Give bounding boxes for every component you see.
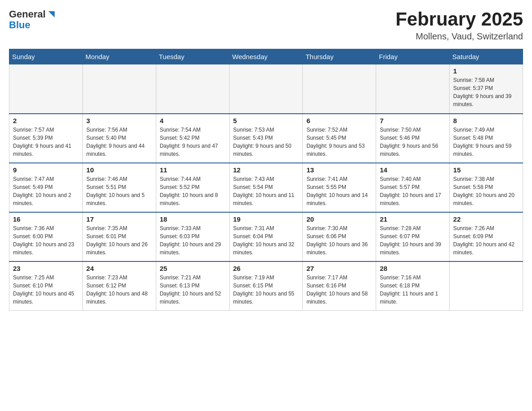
calendar-cell: 2Sunrise: 7:57 AM Sunset: 5:39 PM Daylig… [9,114,83,163]
calendar-cell: 12Sunrise: 7:43 AM Sunset: 5:54 PM Dayli… [229,163,303,212]
calendar-cell [9,64,83,114]
location-title: Mollens, Vaud, Switzerland [395,31,523,42]
day-info: Sunrise: 7:41 AM Sunset: 5:55 PM Dayligh… [306,175,372,207]
day-number: 13 [306,166,372,174]
calendar-cell [156,64,229,114]
day-info: Sunrise: 7:19 AM Sunset: 6:15 PM Dayligh… [233,274,299,306]
calendar-cell [82,64,156,114]
day-number: 15 [453,166,519,174]
day-info: Sunrise: 7:38 AM Sunset: 5:58 PM Dayligh… [453,175,519,207]
day-info: Sunrise: 7:21 AM Sunset: 6:13 PM Dayligh… [160,274,226,306]
day-number: 8 [453,117,519,124]
svg-marker-0 [48,11,55,17]
weekday-header-wednesday: Wednesday [229,49,303,64]
day-number: 11 [160,166,226,174]
day-info: Sunrise: 7:40 AM Sunset: 5:57 PM Dayligh… [380,175,446,207]
weekday-header-saturday: Saturday [450,49,523,64]
calendar-cell: 22Sunrise: 7:26 AM Sunset: 6:09 PM Dayli… [450,212,523,261]
day-info: Sunrise: 7:58 AM Sunset: 5:37 PM Dayligh… [453,76,519,108]
day-number: 17 [86,215,152,223]
day-number: 2 [13,117,79,124]
calendar-cell: 26Sunrise: 7:19 AM Sunset: 6:15 PM Dayli… [229,261,303,311]
day-info: Sunrise: 7:30 AM Sunset: 6:06 PM Dayligh… [306,224,372,257]
calendar-cell: 1Sunrise: 7:58 AM Sunset: 5:37 PM Daylig… [450,64,523,114]
calendar-table: SundayMondayTuesdayWednesdayThursdayFrid… [9,49,523,311]
day-info: Sunrise: 7:43 AM Sunset: 5:54 PM Dayligh… [233,175,299,207]
day-info: Sunrise: 7:53 AM Sunset: 5:43 PM Dayligh… [233,126,299,158]
day-number: 9 [13,166,79,174]
day-number: 14 [380,166,446,174]
logo-blue: Blue [9,19,30,30]
calendar-cell [376,64,450,114]
calendar-cell: 23Sunrise: 7:25 AM Sunset: 6:10 PM Dayli… [9,261,83,311]
calendar-cell: 10Sunrise: 7:46 AM Sunset: 5:51 PM Dayli… [82,163,156,212]
calendar-cell: 24Sunrise: 7:23 AM Sunset: 6:12 PM Dayli… [82,261,156,311]
title-block: February 2025 Mollens, Vaud, Switzerland [395,9,523,42]
day-info: Sunrise: 7:50 AM Sunset: 5:46 PM Dayligh… [380,126,446,158]
calendar-cell: 15Sunrise: 7:38 AM Sunset: 5:58 PM Dayli… [450,163,523,212]
day-number: 20 [306,215,372,223]
weekday-header-row: SundayMondayTuesdayWednesdayThursdayFrid… [9,49,523,64]
day-number: 3 [86,117,152,124]
calendar-cell: 7Sunrise: 7:50 AM Sunset: 5:46 PM Daylig… [376,114,450,163]
day-number: 28 [380,265,446,272]
day-info: Sunrise: 7:17 AM Sunset: 6:16 PM Dayligh… [306,274,372,306]
day-number: 21 [380,215,446,223]
day-info: Sunrise: 7:31 AM Sunset: 6:04 PM Dayligh… [233,224,299,257]
day-info: Sunrise: 7:35 AM Sunset: 6:01 PM Dayligh… [86,224,152,257]
calendar-cell: 28Sunrise: 7:16 AM Sunset: 6:18 PM Dayli… [376,261,450,311]
day-number: 10 [86,166,152,174]
calendar-week-row: 16Sunrise: 7:36 AM Sunset: 6:00 PM Dayli… [9,212,523,261]
calendar-cell: 20Sunrise: 7:30 AM Sunset: 6:06 PM Dayli… [303,212,376,261]
weekday-header-thursday: Thursday [303,49,376,64]
day-number: 12 [233,166,299,174]
day-number: 7 [380,117,446,124]
calendar-cell: 4Sunrise: 7:54 AM Sunset: 5:42 PM Daylig… [156,114,229,163]
weekday-header-monday: Monday [82,49,156,64]
day-info: Sunrise: 7:57 AM Sunset: 5:39 PM Dayligh… [13,126,79,158]
weekday-header-sunday: Sunday [9,49,83,64]
calendar-cell: 27Sunrise: 7:17 AM Sunset: 6:16 PM Dayli… [303,261,376,311]
weekday-header-friday: Friday [376,49,450,64]
calendar-cell: 18Sunrise: 7:33 AM Sunset: 6:03 PM Dayli… [156,212,229,261]
calendar-cell: 11Sunrise: 7:44 AM Sunset: 5:52 PM Dayli… [156,163,229,212]
day-number: 5 [233,117,299,124]
day-number: 22 [453,215,519,223]
calendar-cell: 25Sunrise: 7:21 AM Sunset: 6:13 PM Dayli… [156,261,229,311]
logo-general: General [9,9,46,20]
day-number: 6 [306,117,372,124]
calendar-week-row: 2Sunrise: 7:57 AM Sunset: 5:39 PM Daylig… [9,114,523,163]
calendar-cell: 9Sunrise: 7:47 AM Sunset: 5:49 PM Daylig… [9,163,83,212]
day-info: Sunrise: 7:47 AM Sunset: 5:49 PM Dayligh… [13,175,79,207]
calendar-cell: 13Sunrise: 7:41 AM Sunset: 5:55 PM Dayli… [303,163,376,212]
weekday-header-tuesday: Tuesday [156,49,229,64]
calendar-cell [450,261,523,311]
day-number: 25 [160,265,226,272]
day-number: 24 [86,265,152,272]
day-info: Sunrise: 7:56 AM Sunset: 5:40 PM Dayligh… [86,126,152,158]
calendar-cell: 5Sunrise: 7:53 AM Sunset: 5:43 PM Daylig… [229,114,303,163]
calendar-cell: 3Sunrise: 7:56 AM Sunset: 5:40 PM Daylig… [82,114,156,163]
day-info: Sunrise: 7:25 AM Sunset: 6:10 PM Dayligh… [13,274,79,306]
calendar-cell: 19Sunrise: 7:31 AM Sunset: 6:04 PM Dayli… [229,212,303,261]
day-info: Sunrise: 7:28 AM Sunset: 6:07 PM Dayligh… [380,224,446,257]
day-info: Sunrise: 7:26 AM Sunset: 6:09 PM Dayligh… [453,224,519,257]
day-number: 26 [233,265,299,272]
day-number: 16 [13,215,79,223]
day-number: 23 [13,265,79,272]
day-info: Sunrise: 7:44 AM Sunset: 5:52 PM Dayligh… [160,175,226,207]
day-number: 1 [453,67,519,75]
calendar-cell: 21Sunrise: 7:28 AM Sunset: 6:07 PM Dayli… [376,212,450,261]
page-header: General Blue February 2025 Mollens, Vaud… [9,9,523,42]
calendar-week-row: 9Sunrise: 7:47 AM Sunset: 5:49 PM Daylig… [9,163,523,212]
day-number: 19 [233,215,299,223]
day-info: Sunrise: 7:54 AM Sunset: 5:42 PM Dayligh… [160,126,226,158]
day-number: 4 [160,117,226,124]
calendar-cell: 17Sunrise: 7:35 AM Sunset: 6:01 PM Dayli… [82,212,156,261]
logo-triangle-icon [47,9,56,19]
calendar-week-row: 1Sunrise: 7:58 AM Sunset: 5:37 PM Daylig… [9,64,523,114]
calendar-cell: 14Sunrise: 7:40 AM Sunset: 5:57 PM Dayli… [376,163,450,212]
calendar-week-row: 23Sunrise: 7:25 AM Sunset: 6:10 PM Dayli… [9,261,523,311]
day-info: Sunrise: 7:33 AM Sunset: 6:03 PM Dayligh… [160,224,226,257]
calendar-cell [303,64,376,114]
